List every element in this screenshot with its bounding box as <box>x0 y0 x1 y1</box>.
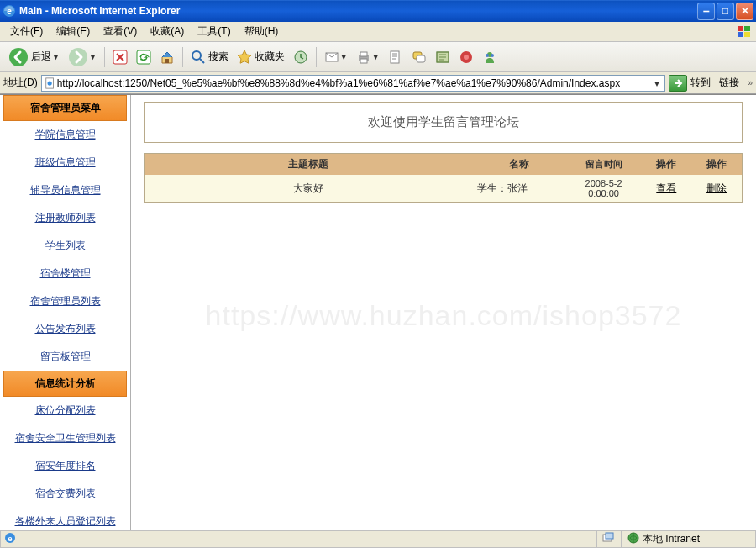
window-maximize-button[interactable]: □ <box>717 3 734 20</box>
history-button[interactable] <box>290 45 312 69</box>
icon-button-1[interactable] <box>455 45 477 69</box>
sidebar-item[interactable]: 宿安年度排名 <box>0 452 130 480</box>
col-op1: 操作 <box>641 154 691 175</box>
col-time: 留言时间 <box>566 154 642 175</box>
search-label: 搜索 <box>208 50 228 64</box>
menu-file[interactable]: 文件(F) <box>3 23 50 40</box>
col-name: 名称 <box>472 154 566 175</box>
svg-point-11 <box>192 51 201 60</box>
home-icon <box>160 50 175 65</box>
refresh-button[interactable] <box>133 45 155 69</box>
messenger-button[interactable] <box>479 45 501 69</box>
toolbar: 后退 ▼ ▼ 搜索 收藏夹 ▼ ▼ <box>0 42 756 72</box>
svg-point-7 <box>69 48 87 66</box>
col-topic: 主题标题 <box>145 154 472 175</box>
forward-button[interactable]: ▼ <box>65 45 100 69</box>
status-zone-label: 本地 Intranet <box>643 532 700 546</box>
home-button[interactable] <box>156 45 178 69</box>
links-label[interactable]: 链接 <box>714 76 744 90</box>
sidebar-item[interactable]: 床位分配列表 <box>0 397 130 424</box>
svg-point-28 <box>47 81 51 85</box>
svg-point-23 <box>464 55 469 60</box>
sidebar-item[interactable]: 班级信息管理 <box>0 149 130 177</box>
toolbar-separator <box>104 47 105 67</box>
zone-icon <box>627 532 639 546</box>
address-input-wrap[interactable]: ▾ <box>41 75 666 92</box>
menu-edit[interactable]: 编辑(E) <box>50 23 97 40</box>
edit-icon <box>388 50 403 65</box>
sidebar-item[interactable]: 辅导员信息管理 <box>0 177 130 204</box>
menu-view[interactable]: 查看(V) <box>97 23 144 40</box>
sidebar-item[interactable]: 注册教师列表 <box>0 204 130 232</box>
star-icon <box>237 50 252 65</box>
discuss-button[interactable] <box>408 45 430 69</box>
toolbar-separator <box>316 47 317 67</box>
menu-bar: 文件(F) 编辑(E) 查看(V) 收藏(A) 工具(T) 帮助(H) <box>0 22 756 42</box>
sidebar-item[interactable]: 学院信息管理 <box>0 121 130 149</box>
sidebar-item[interactable]: 留言板管理 <box>0 343 130 371</box>
window-close-button[interactable]: ✕ <box>736 3 753 20</box>
back-label: 后退 <box>31 50 51 64</box>
address-dropdown-icon[interactable]: ▾ <box>651 77 663 89</box>
links-chevron-icon[interactable]: » <box>748 78 753 87</box>
svg-rect-19 <box>417 55 425 62</box>
favorites-button[interactable]: 收藏夹 <box>234 45 288 69</box>
sidebar-item[interactable]: 宿舍楼管理 <box>0 260 130 287</box>
svg-rect-3 <box>744 26 750 31</box>
window-titlebar: e Main - Microsoft Internet Explorer ‒ □… <box>0 0 756 22</box>
address-input[interactable] <box>57 77 652 89</box>
message-table: 主题标题 名称 留言时间 操作 操作 大家好 学生：张洋 2008-5-2 0:… <box>144 153 743 203</box>
messenger-icon <box>482 50 497 65</box>
search-button[interactable]: 搜索 <box>187 45 232 69</box>
page-icon <box>44 76 57 90</box>
chevron-down-icon: ▼ <box>89 53 97 61</box>
mail-button[interactable]: ▼ <box>321 45 351 69</box>
favorites-label: 收藏夹 <box>255 50 285 64</box>
edit-button[interactable] <box>385 45 407 69</box>
discuss-icon <box>412 50 427 65</box>
chevron-down-icon: ▼ <box>52 53 60 61</box>
view-link[interactable]: 查看 <box>656 182 676 194</box>
sidebar-item[interactable]: 学生列表 <box>0 232 130 260</box>
svg-point-26 <box>491 54 494 57</box>
svg-point-6 <box>9 48 28 66</box>
watermark: https://www.huzhan.com/ishop3572 <box>206 299 682 332</box>
cell-topic: 大家好 <box>145 175 472 202</box>
svg-rect-2 <box>738 26 743 31</box>
back-button[interactable]: 后退 ▼ <box>5 45 63 69</box>
chevron-down-icon: ▼ <box>340 53 348 61</box>
sidebar-item[interactable]: 各楼外来人员登记列表 <box>0 508 130 530</box>
delete-link[interactable]: 删除 <box>706 182 727 194</box>
svg-point-25 <box>486 54 489 57</box>
table-header-row: 主题标题 名称 留言时间 操作 操作 <box>145 154 742 175</box>
toolbar-separator <box>182 47 183 67</box>
sidebar-item[interactable]: 公告发布列表 <box>0 315 130 343</box>
cell-view: 查看 <box>641 175 691 202</box>
print-button[interactable]: ▼ <box>353 45 383 69</box>
cell-delete: 删除 <box>691 175 742 202</box>
status-zone: 本地 Intranet <box>622 530 756 548</box>
menu-favorites[interactable]: 收藏(A) <box>144 23 191 40</box>
sidebar-item[interactable]: 宿舍安全卫生管理列表 <box>0 424 130 452</box>
stop-button[interactable] <box>109 45 131 69</box>
forward-icon <box>68 47 88 67</box>
cell-name: 学生：张洋 <box>472 175 566 202</box>
print-icon <box>356 50 371 65</box>
sidebar-item[interactable]: 宿舍管理员列表 <box>0 287 130 315</box>
go-button[interactable] <box>669 75 687 92</box>
window-minimize-button[interactable]: ‒ <box>697 3 715 20</box>
svg-rect-17 <box>391 51 399 63</box>
sidebar-item[interactable]: 宿舍交费列表 <box>0 480 130 508</box>
search-icon <box>191 50 206 65</box>
menu-tools[interactable]: 工具(T) <box>191 23 237 40</box>
status-left: e <box>0 530 596 548</box>
address-bar: 地址(D) ▾ 转到 链接 » <box>0 72 756 94</box>
menu-help[interactable]: 帮助(H) <box>238 23 286 40</box>
back-icon <box>8 47 29 67</box>
research-button[interactable] <box>432 45 454 69</box>
popup-icon <box>602 532 614 546</box>
panel-title: 欢迎使用学生留言管理论坛 <box>144 102 743 143</box>
svg-rect-32 <box>606 533 613 539</box>
go-label: 转到 <box>690 76 711 90</box>
col-op2: 操作 <box>691 154 742 175</box>
